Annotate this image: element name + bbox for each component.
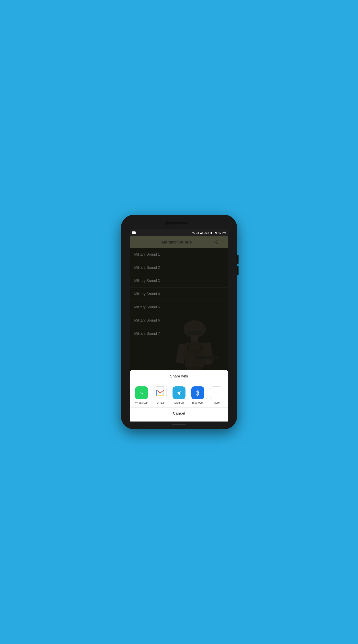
volume-down-button[interactable]: [237, 266, 238, 275]
telegram-share-button[interactable]: Telegram: [173, 386, 185, 404]
phone-speaker: [170, 222, 188, 224]
gmail-label: Gmail: [157, 401, 164, 404]
back-button[interactable]: ←: [132, 239, 137, 245]
svg-point-4: [214, 241, 215, 242]
app-toolbar: ← Military Sounds ⋮: [130, 236, 228, 248]
page-title: Military Sounds: [140, 240, 213, 245]
svg-rect-2: [133, 233, 135, 234]
network-type: 4G: [192, 232, 195, 234]
cancel-button[interactable]: Cancel: [130, 408, 228, 419]
svg-point-23: [138, 390, 145, 396]
telegram-icon: [173, 386, 185, 399]
share-button[interactable]: [213, 240, 218, 245]
status-right: 4G 36% 5:49 PM: [192, 231, 226, 234]
signal-bars-2: [200, 232, 203, 234]
more-options-button[interactable]: ⋮: [221, 239, 226, 245]
gmail-share-button[interactable]: Gmail: [154, 386, 167, 404]
notification-icon: [132, 232, 136, 234]
status-bar: 4G 36% 5:49 PM: [130, 229, 228, 236]
gmail-icon: [154, 386, 167, 399]
bluetooth-label: Bluetooth: [192, 401, 204, 404]
svg-line-6: [215, 242, 216, 242]
status-left: [132, 232, 137, 234]
svg-line-7: [215, 240, 216, 241]
volume-up-button[interactable]: [237, 255, 238, 264]
battery-icon: [210, 232, 215, 234]
whatsapp-share-button[interactable]: WhatsApp: [135, 386, 148, 404]
phone-frame: 4G 36% 5:49 PM: [121, 215, 237, 429]
telegram-label: Telegram: [173, 401, 184, 404]
signal-bars: [196, 232, 199, 234]
svg-point-3: [216, 240, 217, 241]
more-icon-box: ···: [210, 386, 223, 399]
more-label: More: [213, 401, 219, 404]
toolbar-actions: ⋮: [213, 239, 226, 245]
content-area: Military Sound 1 Military Sound 2 Milita…: [130, 248, 228, 422]
battery-percentage: 36%: [204, 232, 209, 234]
svg-point-5: [216, 242, 217, 244]
phone-camera: [166, 221, 170, 225]
share-apps-row: WhatsApp: [130, 382, 228, 406]
bluetooth-share-button[interactable]: Bluetooth: [191, 386, 204, 404]
more-share-button[interactable]: ··· More: [210, 386, 223, 404]
svg-rect-1: [133, 232, 135, 233]
phone-screen: 4G 36% 5:49 PM: [130, 229, 228, 422]
svg-rect-0: [133, 232, 135, 232]
whatsapp-icon: [135, 386, 148, 399]
bluetooth-icon-box: [191, 386, 204, 399]
home-indicator: [172, 424, 186, 425]
time-display: 5:49 PM: [216, 231, 226, 234]
whatsapp-label: WhatsApp: [135, 401, 147, 404]
share-title: Share with: [130, 370, 228, 382]
share-sheet: Share with WhatsApp: [130, 370, 228, 422]
